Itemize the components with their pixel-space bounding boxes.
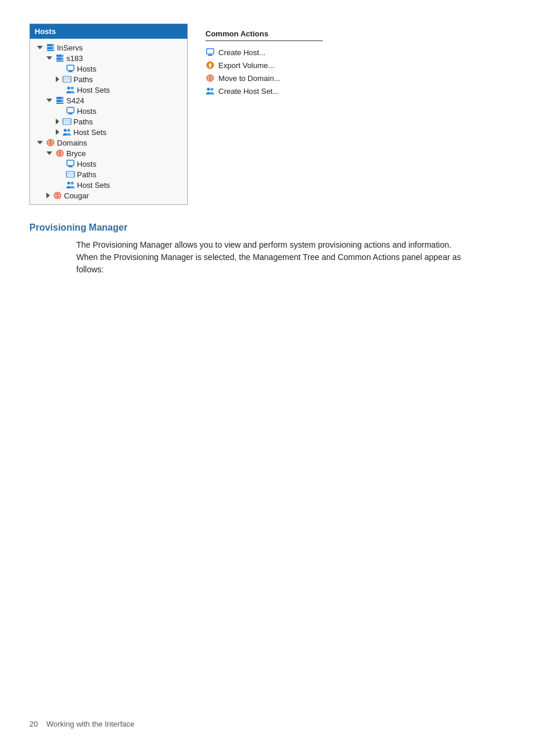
arrow-right-icon: [46, 193, 50, 198]
tree-panel-header: Hosts: [30, 24, 187, 39]
arrow-right-icon: [56, 129, 59, 135]
tree-item-label: Host Sets: [77, 181, 110, 190]
svg-point-21: [62, 97, 63, 99]
arrow-right-icon: [56, 119, 59, 124]
arrow-down-icon: [46, 99, 52, 102]
tree-item-domains[interactable]: Domains: [32, 137, 185, 148]
domain-icon: [53, 191, 62, 200]
svg-point-48: [71, 182, 74, 185]
svg-rect-26: [63, 119, 71, 124]
host-action-icon: [205, 48, 215, 57]
action-item-create-host[interactable]: Create Host...: [205, 46, 323, 59]
svg-rect-10: [67, 65, 74, 70]
tree-item-label: Host Sets: [73, 128, 106, 137]
action-item-export-volume[interactable]: Export Volume...: [205, 59, 323, 72]
svg-point-4: [52, 48, 53, 49]
tree-item-s424[interactable]: S424: [32, 95, 185, 106]
svg-point-16: [68, 87, 70, 90]
svg-rect-7: [56, 60, 63, 62]
tree-item-label: S424: [66, 96, 84, 105]
tree-item-bryce-paths[interactable]: Paths: [32, 169, 185, 180]
host-icon: [66, 106, 75, 116]
hostset-icon: [66, 180, 75, 190]
section-text: The Provisioning Manager allows you to v…: [76, 239, 470, 276]
tree-item-s424-hostsets[interactable]: Host Sets: [32, 127, 185, 137]
svg-rect-56: [208, 55, 212, 56]
tree-item-s424-paths[interactable]: Paths: [32, 116, 185, 127]
tree-item-s424-hosts[interactable]: Hosts: [32, 106, 185, 116]
path-icon: [66, 170, 75, 179]
svg-rect-20: [56, 103, 63, 104]
arrow-down-icon: [46, 56, 52, 60]
svg-rect-12: [68, 72, 73, 72]
svg-rect-2: [47, 50, 54, 51]
tree-item-label: Paths: [73, 75, 93, 84]
section-body: The Provisioning Manager allows you to v…: [29, 239, 470, 276]
host-icon: [66, 64, 75, 73]
action-label: Export Volume...: [218, 61, 274, 70]
svg-rect-13: [63, 76, 71, 82]
svg-point-47: [68, 182, 70, 185]
inserv-icon: [55, 96, 65, 105]
page-number: 20: [29, 720, 38, 728]
main-panels: Hosts InServs s183 Hosts Paths: [29, 23, 531, 205]
page-footer: 20 Working with the Interface: [29, 720, 134, 728]
tree-item-cougar[interactable]: Cougar: [32, 190, 185, 201]
domain-action-icon: [205, 73, 215, 83]
actions-panel: Common Actions Create Host... Export Vol…: [205, 23, 323, 205]
actions-list: Create Host... Export Volume... Move to …: [205, 46, 323, 97]
action-item-move-to-domain[interactable]: Move to Domain...: [205, 72, 323, 85]
tree-item-label: Hosts: [77, 160, 96, 168]
tree-item-label: Hosts: [77, 107, 96, 116]
svg-rect-54: [207, 49, 214, 54]
svg-point-63: [207, 88, 210, 91]
path-icon: [62, 117, 72, 126]
hostset-action-icon: [205, 86, 215, 96]
footer-text: Working with the Interface: [46, 720, 134, 728]
hostset-icon: [62, 127, 72, 137]
tree-item-label: Hosts: [77, 65, 96, 73]
tree-item-label: Paths: [73, 117, 93, 126]
svg-rect-25: [68, 114, 73, 114]
domain-icon: [46, 138, 55, 147]
svg-rect-41: [67, 160, 74, 166]
tree-item-s183-hostsets[interactable]: Host Sets: [32, 85, 185, 95]
arrow-down-icon: [46, 151, 52, 155]
svg-point-30: [68, 129, 70, 132]
path-icon: [62, 75, 72, 84]
tree-item-s183[interactable]: s183: [32, 53, 185, 63]
action-label: Move to Domain...: [218, 74, 281, 83]
svg-rect-43: [68, 167, 73, 167]
tree-item-s183-paths[interactable]: Paths: [32, 74, 185, 85]
tree-item-label: s183: [66, 54, 83, 63]
svg-point-3: [52, 45, 53, 46]
action-label: Create Host Set...: [218, 87, 279, 96]
tree-item-inserv[interactable]: InServs: [32, 42, 185, 53]
section-title: Provisioning Manager: [29, 222, 531, 233]
inserv-icon: [55, 53, 65, 63]
svg-rect-23: [67, 107, 74, 113]
arrow-down-icon: [37, 141, 43, 144]
svg-point-29: [64, 129, 67, 132]
tree-item-label: Domains: [57, 139, 87, 147]
domain-icon: [55, 148, 65, 158]
tree-item-bryce-hosts[interactable]: Hosts: [32, 158, 185, 169]
tree-item-s183-hosts[interactable]: Hosts: [32, 63, 185, 74]
tree-item-bryce-hostsets[interactable]: Host Sets: [32, 180, 185, 190]
tree-item-bryce[interactable]: Bryce: [32, 148, 185, 158]
tree-body: InServs s183 Hosts Paths Host Sets S424: [30, 39, 187, 204]
export-action-icon: [205, 60, 215, 70]
host-icon: [66, 159, 75, 168]
inserv-icon: [46, 43, 55, 52]
svg-point-9: [62, 58, 63, 59]
action-item-create-host-set[interactable]: Create Host Set...: [205, 85, 323, 97]
tree-item-label: Bryce: [66, 149, 86, 158]
hostset-icon: [66, 85, 75, 94]
svg-rect-44: [66, 171, 75, 177]
action-label: Create Host...: [218, 48, 265, 57]
actions-header: Common Actions: [205, 29, 323, 41]
arrow-down-icon: [37, 46, 43, 49]
tree-item-label: InServs: [57, 43, 83, 52]
svg-point-22: [62, 100, 63, 102]
arrow-right-icon: [56, 76, 59, 82]
